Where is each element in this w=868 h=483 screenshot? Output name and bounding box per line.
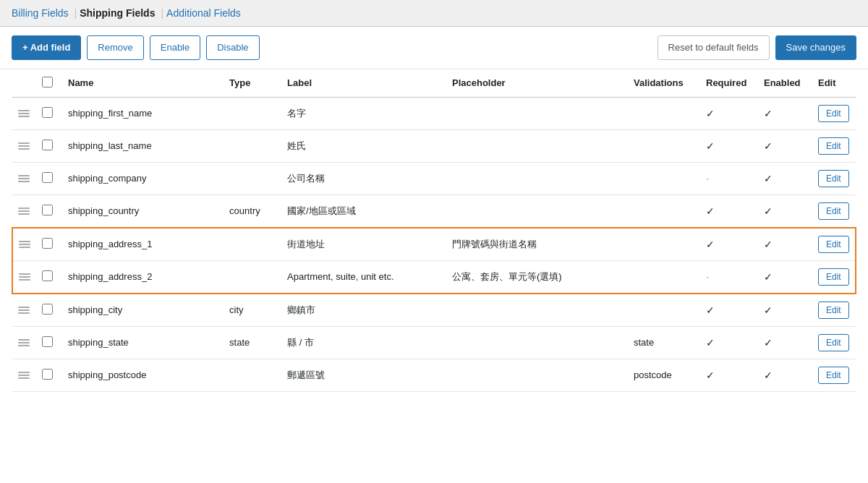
enabled-check-icon: ✓ xyxy=(764,271,773,283)
field-required-cell: ✓ xyxy=(700,228,758,261)
field-type-cell xyxy=(224,97,281,129)
field-name-cell: shipping_address_1 xyxy=(62,228,224,261)
edit-button[interactable]: Edit xyxy=(818,302,849,319)
row-checkbox[interactable] xyxy=(42,238,53,249)
tab-additional[interactable]: Additional Fields xyxy=(166,0,241,26)
reset-button[interactable]: Reset to default fields xyxy=(658,35,770,60)
drag-handle-icon[interactable] xyxy=(18,110,30,117)
edit-button[interactable]: Edit xyxy=(818,268,849,286)
row-checkbox-cell[interactable] xyxy=(36,97,62,129)
enable-button[interactable]: Enable xyxy=(150,35,200,60)
row-checkbox-cell[interactable] xyxy=(36,228,62,261)
field-placeholder-cell xyxy=(446,326,628,359)
table-row: shipping_address_1街道地址門牌號碼與街道名稱✓✓Edit xyxy=(12,228,856,261)
drag-handle-icon[interactable] xyxy=(19,273,30,281)
field-edit-cell[interactable]: Edit xyxy=(812,97,856,129)
disable-button[interactable]: Disable xyxy=(206,35,259,60)
drag-handle-cell[interactable] xyxy=(12,129,36,162)
toolbar-right: Reset to default fields Save changes xyxy=(658,35,856,60)
edit-button[interactable]: Edit xyxy=(818,105,849,122)
row-checkbox[interactable] xyxy=(42,107,53,118)
row-checkbox-cell[interactable] xyxy=(36,129,62,162)
field-type-cell xyxy=(224,129,281,162)
row-checkbox-cell[interactable] xyxy=(36,162,62,195)
row-checkbox[interactable] xyxy=(42,140,53,150)
field-enabled-cell: ✓ xyxy=(758,359,812,391)
edit-button[interactable]: Edit xyxy=(818,137,849,155)
field-required-cell: - xyxy=(700,260,758,294)
tab-billing[interactable]: Billing Fields xyxy=(12,0,69,26)
field-edit-cell[interactable]: Edit xyxy=(812,129,856,162)
table-row: shipping_address_2Apartment, suite, unit… xyxy=(12,260,856,294)
field-enabled-cell: ✓ xyxy=(758,326,812,359)
edit-button[interactable]: Edit xyxy=(818,202,849,220)
field-label-cell: 郵遞區號 xyxy=(281,359,446,391)
row-checkbox-cell[interactable] xyxy=(36,326,62,359)
tab-shipping[interactable]: Shipping Fields xyxy=(80,0,155,26)
field-validations-cell xyxy=(628,260,700,294)
drag-handle-cell[interactable] xyxy=(12,359,36,391)
field-required-cell: ✓ xyxy=(700,294,758,327)
tab-sep-2: | xyxy=(161,7,163,19)
edit-button[interactable]: Edit xyxy=(818,367,849,384)
field-placeholder-cell xyxy=(446,359,628,391)
table-row: shipping_postcode郵遞區號postcode✓✓Edit xyxy=(12,359,856,391)
save-button[interactable]: Save changes xyxy=(775,35,856,60)
row-checkbox[interactable] xyxy=(42,172,53,183)
required-check-icon: ✓ xyxy=(706,239,715,250)
field-enabled-cell: ✓ xyxy=(758,195,812,228)
drag-handle-cell[interactable] xyxy=(12,260,36,294)
row-checkbox-cell[interactable] xyxy=(36,294,62,327)
remove-button[interactable]: Remove xyxy=(87,35,143,60)
field-type-cell: state xyxy=(224,326,281,359)
field-label-cell: 鄉鎮市 xyxy=(281,294,446,327)
drag-handle-icon[interactable] xyxy=(19,241,30,248)
row-checkbox[interactable] xyxy=(42,336,53,347)
drag-handle-icon[interactable] xyxy=(18,339,30,346)
drag-handle-icon[interactable] xyxy=(18,307,30,314)
field-edit-cell[interactable]: Edit xyxy=(812,326,856,359)
drag-handle-icon[interactable] xyxy=(18,208,30,215)
field-type-cell: country xyxy=(224,195,281,228)
drag-handle-cell[interactable] xyxy=(12,228,36,261)
field-edit-cell[interactable]: Edit xyxy=(812,228,856,261)
field-edit-cell[interactable]: Edit xyxy=(812,359,856,391)
col-check-header[interactable] xyxy=(36,69,62,98)
drag-handle-cell[interactable] xyxy=(12,195,36,228)
drag-handle-cell[interactable] xyxy=(12,97,36,129)
row-checkbox[interactable] xyxy=(42,205,53,215)
field-label-cell: 名字 xyxy=(281,97,446,129)
drag-handle-cell[interactable] xyxy=(12,162,36,195)
col-label-header: Label xyxy=(281,69,446,98)
row-checkbox-cell[interactable] xyxy=(36,359,62,391)
add-field-button[interactable]: + Add field xyxy=(12,35,81,60)
field-edit-cell[interactable]: Edit xyxy=(812,195,856,228)
edit-button[interactable]: Edit xyxy=(818,334,849,351)
row-checkbox[interactable] xyxy=(42,270,53,281)
col-validations-header: Validations xyxy=(628,69,700,98)
enabled-check-icon: ✓ xyxy=(764,369,773,381)
table-row: shipping_last_name姓氏✓✓Edit xyxy=(12,129,856,162)
field-required-cell: ✓ xyxy=(700,195,758,228)
drag-handle-icon[interactable] xyxy=(18,175,30,182)
field-edit-cell[interactable]: Edit xyxy=(812,162,856,195)
required-check-icon: ✓ xyxy=(706,108,715,119)
field-placeholder-cell xyxy=(446,129,628,162)
drag-handle-icon[interactable] xyxy=(18,372,30,379)
field-validations-cell xyxy=(628,162,700,195)
edit-button[interactable]: Edit xyxy=(818,170,849,187)
edit-button[interactable]: Edit xyxy=(818,236,849,253)
drag-handle-cell[interactable] xyxy=(12,294,36,327)
field-edit-cell[interactable]: Edit xyxy=(812,294,856,327)
row-checkbox[interactable] xyxy=(42,369,53,380)
col-type-header: Type xyxy=(224,69,281,98)
col-required-header: Required xyxy=(700,69,758,98)
field-edit-cell[interactable]: Edit xyxy=(812,260,856,294)
row-checkbox-cell[interactable] xyxy=(36,195,62,228)
select-all-checkbox[interactable] xyxy=(42,77,53,87)
field-validations-cell: postcode xyxy=(628,359,700,391)
row-checkbox-cell[interactable] xyxy=(36,260,62,294)
drag-handle-icon[interactable] xyxy=(18,142,30,150)
row-checkbox[interactable] xyxy=(42,304,53,315)
drag-handle-cell[interactable] xyxy=(12,326,36,359)
